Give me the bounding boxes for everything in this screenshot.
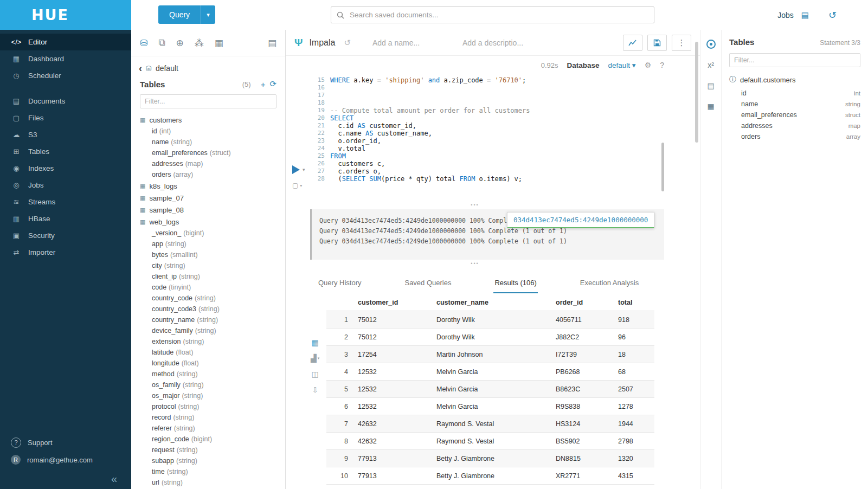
user-menu[interactable]: R romain@gethue.com xyxy=(0,451,131,468)
column-item[interactable]: latitude float xyxy=(131,347,285,358)
right-column-item[interactable]: email_preferences struct xyxy=(729,110,860,120)
collections-bag-icon[interactable]: ▤ xyxy=(268,37,277,49)
column-item[interactable]: referer string xyxy=(131,423,285,434)
sidebar-item[interactable]: ◉ Indexes xyxy=(0,160,131,177)
column-item[interactable]: bytes smallint xyxy=(131,249,285,260)
right-column-item[interactable]: name string xyxy=(729,99,860,110)
tab-query-history[interactable]: Query History xyxy=(317,279,362,293)
table-row[interactable]: 9 77913 Betty J. Giambrone DN8815 1320 xyxy=(326,450,654,467)
resize-handle-bottom[interactable]: ••• xyxy=(286,261,664,266)
zoom-in-icon[interactable]: ⊕ xyxy=(176,37,183,49)
chart-view-button[interactable]: ▟ ▾ xyxy=(311,355,319,362)
execute-button[interactable]: ▾ xyxy=(292,165,305,174)
info-icon[interactable]: ⓘ xyxy=(729,75,736,85)
column-item[interactable]: os_major string xyxy=(131,390,285,401)
documents-source-icon[interactable]: ⧉ xyxy=(158,37,165,48)
right-column-item[interactable]: id int xyxy=(729,88,860,99)
sidebar-item[interactable]: ◷ Scheduler xyxy=(0,67,131,84)
column-item[interactable]: extension string xyxy=(131,336,285,347)
sidebar-item[interactable]: ☁ S3 xyxy=(0,126,131,143)
right-column-item[interactable]: orders array xyxy=(729,131,860,142)
table-row[interactable]: 10 77913 Betty J. Giambrone XR2771 4315 xyxy=(326,467,654,485)
back-chevron-icon[interactable]: ‹ xyxy=(139,65,142,72)
sidebar-item[interactable]: </> Editor xyxy=(0,34,131,50)
sidebar-item[interactable]: ▥ HBase xyxy=(0,210,131,227)
table-row[interactable]: 5 12532 Melvin Garcia B8623C 2507 xyxy=(326,381,654,398)
chart-button[interactable] xyxy=(623,35,642,51)
apps-grid-icon[interactable]: ▦ xyxy=(215,37,223,49)
table-item-sample-07[interactable]: ▦ sample_07 xyxy=(131,192,285,204)
sidebar-item[interactable]: ◎ Jobs xyxy=(0,177,131,194)
column-item[interactable]: os_family string xyxy=(131,379,285,390)
sidebar-item[interactable]: ▦ Dashboard xyxy=(0,50,131,67)
execute-options-caret[interactable]: ▾ xyxy=(303,167,305,172)
assist-filter-input[interactable] xyxy=(140,94,277,108)
column-item[interactable]: device_family string xyxy=(131,325,285,336)
column-item[interactable]: time string xyxy=(131,466,285,477)
column-item[interactable]: app string xyxy=(131,239,285,249)
add-table-icon[interactable]: + xyxy=(261,80,266,89)
refresh-icon[interactable]: ⟳ xyxy=(269,79,277,89)
save-button[interactable] xyxy=(647,35,667,51)
download-icon[interactable]: ⇩ xyxy=(312,386,318,394)
query-description-input[interactable] xyxy=(461,38,529,48)
language-docs-icon[interactable]: ▤ xyxy=(707,81,714,90)
column-item[interactable]: name string xyxy=(131,137,285,147)
column-item[interactable]: request string xyxy=(131,445,285,455)
column-item[interactable]: region_code bigint xyxy=(131,434,285,445)
column-item[interactable]: addresses map xyxy=(131,158,285,169)
support-link[interactable]: ? Support xyxy=(0,434,131,451)
search-input[interactable] xyxy=(349,10,648,20)
table-row[interactable]: 8 42632 Raymond S. Vestal BS5902 2798 xyxy=(326,433,654,450)
column-item[interactable]: url string xyxy=(131,477,285,488)
column-header[interactable]: customer_name xyxy=(436,299,556,306)
snippet-settings-button[interactable]: ▢ ▾ xyxy=(292,182,302,189)
column-item[interactable]: id int xyxy=(131,126,285,137)
settings-gear-icon[interactable]: ⚙ xyxy=(645,61,652,69)
column-item[interactable]: method string xyxy=(131,369,285,379)
column-item[interactable]: client_ip string xyxy=(131,271,285,282)
hue-logo[interactable]: HUE xyxy=(0,0,131,30)
sidebar-item[interactable]: ≋ Streams xyxy=(0,194,131,210)
columns-view-icon[interactable]: ◫ xyxy=(312,370,319,378)
column-item[interactable]: email_preferences struct xyxy=(131,147,285,158)
query-id-popover[interactable]: 034d413ec7474ed5:4249de1000000000 xyxy=(507,212,654,228)
column-item[interactable]: code tinyint xyxy=(131,282,285,293)
new-query-button[interactable]: Query ▾ xyxy=(158,5,215,24)
quick-query-icon[interactable] xyxy=(706,40,716,49)
right-filter-input[interactable] xyxy=(729,53,860,67)
sidebar-item[interactable]: ▢ Files xyxy=(0,110,131,126)
main-scrollbar[interactable] xyxy=(695,42,698,143)
column-item[interactable]: country_name string xyxy=(131,314,285,325)
table-row[interactable]: 2 75012 Dorothy Wilk J882C2 96 xyxy=(326,329,654,346)
column-item[interactable]: country_code3 string xyxy=(131,304,285,314)
column-item[interactable]: orders array xyxy=(131,169,285,180)
table-item-web-logs[interactable]: ▦ web_logs xyxy=(131,216,285,228)
new-query-caret[interactable]: ▾ xyxy=(201,5,215,24)
table-item-customers[interactable]: ▦ customers xyxy=(131,114,285,126)
table-row[interactable]: 1 75012 Dorothy Wilk 4056711 918 xyxy=(326,311,654,329)
sitemap-icon[interactable]: ⁂ xyxy=(195,37,204,49)
table-item-sample-08[interactable]: ▦ sample_08 xyxy=(131,204,285,216)
sidebar-item[interactable]: ▤ Documents xyxy=(0,93,131,110)
column-item[interactable]: protocol string xyxy=(131,401,285,412)
sidebar-item[interactable]: ⇄ Importer xyxy=(0,244,131,261)
column-item[interactable]: record string xyxy=(131,412,285,423)
database-source-icon[interactable]: ⛁ xyxy=(140,37,147,49)
sidebar-item[interactable]: ⊞ Tables xyxy=(0,143,131,160)
active-table-ref[interactable]: ⓘ default.customers xyxy=(729,75,860,85)
sidebar-collapse-button[interactable]: « xyxy=(0,468,131,489)
code-editor[interactable]: 15WHERE a.key = 'shipping' and a.zip_cod… xyxy=(286,76,664,185)
column-item[interactable]: city string xyxy=(131,260,285,271)
breadcrumb-database[interactable]: default xyxy=(156,64,178,73)
table-row[interactable]: 7 42632 Raymond S. Vestal HS3124 1944 xyxy=(326,415,654,433)
column-item[interactable]: longitude float xyxy=(131,358,285,369)
resize-handle-top[interactable]: ••• xyxy=(286,202,664,208)
column-header[interactable]: total xyxy=(618,299,654,306)
jobs-icon[interactable]: ▤ xyxy=(801,10,809,20)
column-header[interactable]: customer_id xyxy=(358,299,436,306)
table-row[interactable]: 6 12532 Melvin Garcia R9S838 1278 xyxy=(326,398,654,415)
sidebar-item[interactable]: ▣ Security xyxy=(0,227,131,244)
table-row[interactable]: 4 12532 Melvin Garcia PB6268 68 xyxy=(326,363,654,381)
tab-results[interactable]: Results (106) xyxy=(493,279,537,293)
